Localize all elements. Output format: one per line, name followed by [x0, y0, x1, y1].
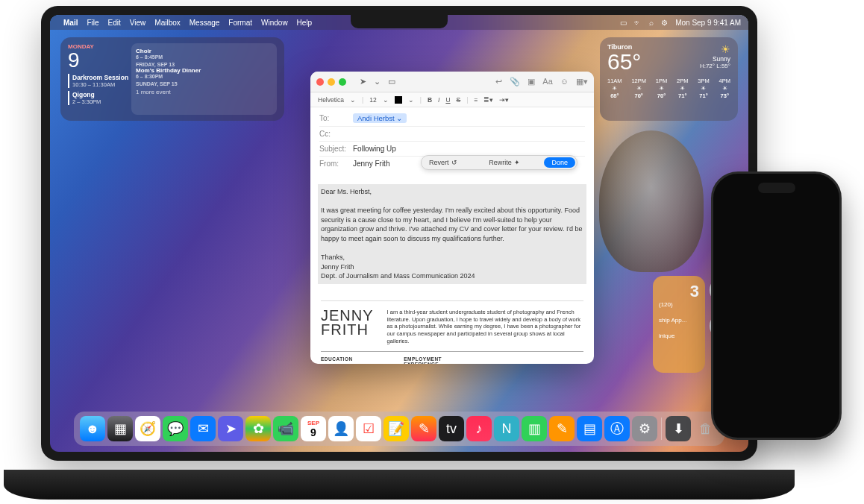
photos-icon[interactable]: ✿ [245, 416, 271, 441]
markup-icon[interactable]: ▦▾ [576, 77, 588, 86]
rewrite-button[interactable]: Rewrite ✦ [465, 159, 545, 166]
bold-button[interactable]: B [428, 96, 432, 104]
sun-icon: ☀ [700, 43, 730, 55]
reminders-count: 3 [659, 282, 699, 301]
sparkle-icon: ✦ [514, 159, 520, 166]
menubar-clock[interactable]: Mon Sep 9 9:41 AM [675, 19, 741, 27]
hourly-forecast: 11AM☀68° 12PM☀70° 1PM☀70° 2PM☀71° 3PM☀71… [607, 78, 730, 99]
menu-window[interactable]: Window [261, 19, 288, 27]
downloads-icon[interactable]: ⬇ [666, 416, 691, 441]
freeform-icon[interactable]: ✎ [411, 416, 436, 441]
reply-icon[interactable]: ↩ [495, 77, 502, 86]
battery-icon[interactable]: ▭ [620, 19, 627, 27]
from-label: From: [319, 160, 353, 168]
facetime-icon[interactable]: 📹 [273, 416, 298, 441]
desktop-screen: Mail File Edit View Mailbox Message Form… [50, 15, 748, 452]
chevron-down-icon[interactable]: ⌄ [374, 77, 381, 86]
safari-icon[interactable]: 🧭 [135, 416, 160, 441]
wallpaper-cat-image [599, 130, 704, 272]
list-button[interactable]: ≣▾ [483, 96, 493, 104]
appstore-icon[interactable]: Ⓐ [604, 416, 630, 441]
reminders-icon[interactable]: ☑ [356, 416, 381, 441]
menu-edit[interactable]: Edit [108, 19, 121, 27]
launchpad-icon[interactable]: ▦ [107, 416, 133, 441]
music-icon[interactable]: ♪ [466, 416, 492, 441]
writing-tools-bar: Revert ↺ Rewrite ✦ Done [421, 155, 577, 170]
wifi-icon[interactable]: ᯤ [634, 19, 642, 27]
menu-mailbox[interactable]: Mailbox [154, 19, 180, 27]
app-name[interactable]: Mail [63, 19, 78, 27]
revert-button[interactable]: Revert ↺ [422, 159, 465, 166]
dock: ☻ ▦ 🧭 💬 ✉ ➤ ✿ 📹 SEP9 👤 ☑ 📝 ✎ tv ♪ N ▥ ✎ … [74, 412, 724, 446]
window-titlebar[interactable]: ➤ ⌄ ▭ ↩ 📎 ▣ Aa ☺ ▦▾ [310, 72, 594, 92]
attach-icon[interactable]: 📎 [510, 77, 520, 86]
settings-icon[interactable]: ⚙ [632, 416, 657, 441]
message-body[interactable]: Dear Ms. Herbst, It was great meeting fo… [310, 174, 594, 294]
text-color-swatch[interactable] [395, 96, 402, 104]
minimize-window-button[interactable] [328, 78, 335, 86]
photo-icon[interactable]: ▣ [528, 77, 535, 86]
calendar-icon[interactable]: SEP9 [301, 416, 326, 441]
menu-help[interactable]: Help [297, 19, 313, 27]
spotlight-icon[interactable]: ⌕ [649, 19, 654, 27]
underline-button[interactable]: U [445, 96, 450, 104]
close-window-button[interactable] [316, 78, 324, 86]
emoji-icon[interactable]: ☺ [560, 77, 569, 86]
header-fields-icon[interactable]: ▭ [388, 77, 395, 86]
finder-icon[interactable]: ☻ [80, 416, 105, 441]
from-value[interactable]: Jenny Frith [353, 160, 389, 168]
tv-icon[interactable]: tv [439, 416, 464, 441]
calendar-event: Darkroom Session 10:30 – 11:30AM [68, 74, 131, 88]
iphone-device [711, 171, 842, 440]
menu-message[interactable]: Message [190, 19, 220, 27]
recipient-token[interactable]: Andi Herbst ⌄ [353, 113, 407, 123]
pages-icon[interactable]: ✎ [549, 416, 575, 441]
numbers-icon[interactable]: ▥ [522, 416, 547, 441]
news-icon[interactable]: N [494, 416, 519, 441]
calendar-more-link[interactable]: 1 more event [136, 89, 272, 95]
resume-attachment: JENNY FRITH I am a third-year student un… [321, 300, 583, 345]
menu-format[interactable]: Format [228, 19, 252, 27]
menu-file[interactable]: File [87, 19, 98, 27]
undo-icon: ↺ [451, 159, 457, 166]
laptop-base [4, 470, 795, 500]
contacts-icon[interactable]: 👤 [328, 416, 354, 441]
send-icon[interactable]: ➤ [360, 77, 366, 86]
indent-button[interactable]: ⇥▾ [499, 96, 509, 104]
calendar-event: Qigong 2 – 3:30PM [68, 91, 131, 105]
weather-widget[interactable]: Tiburon 65° ☀ Sunny H:72° L:55° 11AM☀68°… [600, 37, 738, 121]
mail-compose-window: ➤ ⌄ ▭ ↩ 📎 ▣ Aa ☺ ▦▾ Helvetica⌄ | 12⌄ ⌄ [310, 72, 594, 364]
font-selector[interactable]: Helvetica [318, 96, 344, 104]
zoom-window-button[interactable] [339, 78, 346, 86]
weather-condition: Sunny [700, 55, 730, 63]
subject-input[interactable]: Following Up [353, 145, 396, 153]
mail-icon[interactable]: ✉ [190, 416, 216, 441]
align-button[interactable]: ≡ [474, 96, 478, 104]
reminders-widget[interactable]: 3 (120) ship App... inique [653, 276, 705, 373]
strike-button[interactable]: S [457, 96, 461, 104]
menu-view[interactable]: View [130, 19, 146, 27]
to-label: To: [319, 114, 353, 122]
cc-label: Cc: [319, 130, 353, 138]
maps-icon[interactable]: ➤ [218, 416, 243, 441]
italic-button[interactable]: I [438, 96, 439, 104]
messages-icon[interactable]: 💬 [163, 416, 188, 441]
format-toolbar: Helvetica⌄ | 12⌄ ⌄ | B I U S | ≡ ≣▾ ⇥▾ [310, 92, 594, 107]
dock-separator [661, 418, 662, 440]
keynote-icon[interactable]: ▤ [577, 416, 602, 441]
calendar-widget[interactable]: MONDAY 9 Darkroom Session 10:30 – 11:30A… [60, 37, 284, 121]
format-icon[interactable]: Aa [542, 77, 552, 86]
weather-high-low: H:72° L:55° [700, 63, 730, 69]
calendar-date: 9 [68, 50, 131, 71]
macbook-frame: Mail File Edit View Mailbox Message Form… [41, 6, 757, 461]
done-button[interactable]: Done [544, 157, 575, 168]
subject-label: Subject: [319, 145, 353, 153]
control-center-icon[interactable]: ⚙ [661, 19, 668, 27]
notes-icon[interactable]: 📝 [384, 416, 409, 441]
display-notch [351, 15, 448, 28]
font-size-selector[interactable]: 12 [369, 96, 376, 104]
